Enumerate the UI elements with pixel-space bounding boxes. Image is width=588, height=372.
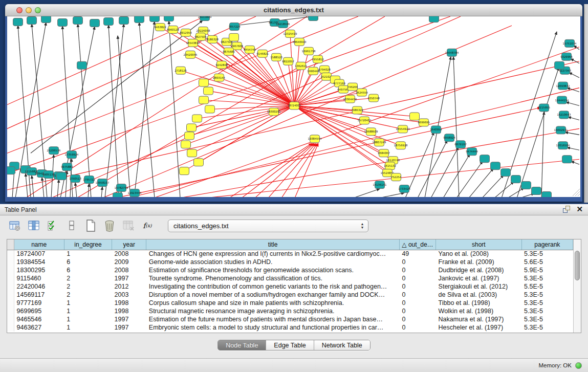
graph-node[interactable]: 8912954 [180, 29, 192, 36]
graph-node[interactable]: 8454749 [244, 46, 256, 53]
graph-node[interactable]: 8186328 [206, 35, 219, 43]
graph-node[interactable] [73, 16, 83, 24]
tab-edge-table[interactable]: Edge Table [266, 340, 314, 350]
graph-node[interactable]: 9875685 [223, 48, 235, 55]
tab-node-table[interactable]: Node Table [218, 340, 266, 350]
graph-node[interactable]: 16210643 [557, 111, 571, 119]
graph-node[interactable] [27, 16, 37, 24]
graph-node[interactable] [150, 16, 160, 21]
graph-node[interactable]: 1733426 [398, 185, 410, 193]
graph-node[interactable] [135, 16, 144, 23]
graph-node[interactable] [104, 17, 114, 25]
graph-node[interactable]: 12923446 [128, 189, 142, 197]
graph-node[interactable]: 9329966 [560, 53, 573, 60]
graph-node[interactable] [542, 192, 552, 197]
graph-node[interactable] [205, 105, 215, 113]
graph-node[interactable]: 6879197 [454, 141, 467, 148]
graph-node[interactable]: 2803144 [213, 74, 225, 81]
graph-node[interactable] [77, 61, 87, 69]
graph-node[interactable] [229, 33, 239, 41]
graph-node[interactable]: 1615132 [384, 162, 396, 170]
graph-node[interactable]: 19384554 [308, 135, 322, 143]
column-header-name[interactable]: name [14, 239, 64, 250]
column-header-out_de[interactable]: △ out_de… [399, 239, 435, 250]
table-row[interactable]: 946362711997Embryonic stem cells: a mode… [7, 323, 573, 332]
graph-node[interactable]: 18300295 [267, 108, 281, 116]
graph-node[interactable]: 25206576 [47, 147, 61, 155]
table-panel-titlebar[interactable]: Table Panel ✕ [0, 204, 588, 215]
graph-node[interactable] [187, 149, 197, 157]
graph-node[interactable]: 12093872 [556, 82, 570, 90]
graph-node[interactable] [113, 193, 123, 197]
graph-node[interactable]: 9242848 [215, 61, 228, 69]
graph-node[interactable] [562, 156, 572, 163]
graph-node[interactable] [180, 167, 189, 175]
graph-node[interactable] [511, 176, 521, 183]
network-canvas[interactable]: 9463822896012889129542322605898275051654… [7, 16, 580, 197]
graph-node[interactable] [521, 182, 531, 189]
column-header-year[interactable]: year [112, 239, 146, 250]
graph-node[interactable]: 6794028 [318, 65, 331, 73]
graph-node[interactable]: 15720407 [358, 117, 372, 124]
graph-node[interactable]: 9975887 [61, 163, 73, 171]
graph-node[interactable]: 9146821 [256, 50, 269, 57]
graph-node[interactable]: 12325419 [284, 30, 297, 37]
close-panel-icon[interactable]: ✕ [576, 206, 583, 213]
delete-trash-icon[interactable] [103, 219, 116, 232]
graph-node[interactable]: 16543812 [186, 39, 200, 47]
table-row[interactable]: 1830029562008Estimation of significance … [7, 266, 573, 274]
float-panel-icon[interactable] [563, 206, 570, 213]
graph-node[interactable] [491, 162, 500, 170]
table-row[interactable]: 1456911722003Disruption of a novel membe… [7, 291, 573, 299]
graph-node[interactable]: 1990448 [307, 67, 319, 75]
column-header-pagerank[interactable]: pagerank [521, 239, 573, 250]
graph-node[interactable]: 20364456 [343, 95, 358, 103]
graph-node[interactable]: 1350513 [69, 175, 81, 183]
column-strip-icon[interactable] [65, 219, 78, 232]
graph-node[interactable]: 2718126 [175, 67, 187, 74]
graph-node[interactable] [429, 16, 439, 22]
graph-node[interactable] [41, 16, 51, 23]
graph-node[interactable]: 5905135 [42, 171, 55, 179]
graph-node[interactable]: 12444154 [555, 96, 570, 104]
graph-node[interactable]: 9958924 [443, 134, 455, 142]
graph-node[interactable]: 6822057 [282, 57, 294, 65]
graph-node[interactable] [185, 132, 194, 140]
graph-node[interactable]: 1050748 [367, 94, 380, 102]
graph-node[interactable] [480, 155, 490, 163]
table-select-dropdown[interactable]: citations_edges.txt ▲▼ [168, 220, 368, 232]
graph-node[interactable] [410, 113, 420, 120]
graph-node[interactable] [13, 18, 23, 26]
graph-node[interactable]: 7986322 [351, 106, 363, 114]
graph-node[interactable] [555, 61, 564, 69]
graph-node[interactable]: 7955812 [312, 55, 324, 63]
column-header-title[interactable]: title [146, 239, 400, 250]
scrollbar-thumb[interactable] [575, 251, 580, 280]
graph-node[interactable] [119, 16, 129, 24]
graph-node[interactable] [309, 16, 318, 20]
graph-node[interactable] [192, 115, 202, 122]
graph-node[interactable]: 8960128 [167, 26, 179, 33]
table-row[interactable]: 946554611997Estimation of the future num… [7, 315, 573, 323]
column-header-short[interactable]: short [436, 239, 522, 250]
graph-node[interactable]: 1795722 [83, 176, 95, 184]
graph-node[interactable]: 17359924 [65, 151, 79, 159]
graph-node[interactable]: 9474444 [466, 148, 478, 156]
column-header-in_degree[interactable]: in_degree [64, 239, 112, 250]
graph-node[interactable] [181, 141, 191, 148]
graph-node[interactable] [199, 96, 209, 104]
graph-node[interactable]: 3624554 [356, 89, 368, 96]
graph-node[interactable] [58, 18, 68, 26]
graph-node[interactable]: 16648784 [445, 49, 460, 56]
table-row[interactable]: 911546021997Tourette syndrome. Phenomeno… [7, 274, 573, 282]
graph-node[interactable]: 1640954 [430, 126, 442, 134]
graph-node[interactable]: 746266 [347, 83, 358, 91]
graph-node[interactable]: 16782759 [115, 184, 128, 192]
table-row[interactable]: 1938455462009Genome-wide association stu… [7, 258, 573, 266]
graph-node[interactable]: 8215955 [538, 104, 550, 112]
graph-node[interactable]: 752254 [391, 173, 402, 181]
table-row[interactable]: 969969511998Structural magnetic resonanc… [7, 307, 573, 315]
network-window-titlebar[interactable]: citations_edges.txt [5, 4, 582, 16]
graph-node[interactable] [187, 124, 197, 132]
graph-node[interactable]: 2684067 [378, 149, 390, 157]
